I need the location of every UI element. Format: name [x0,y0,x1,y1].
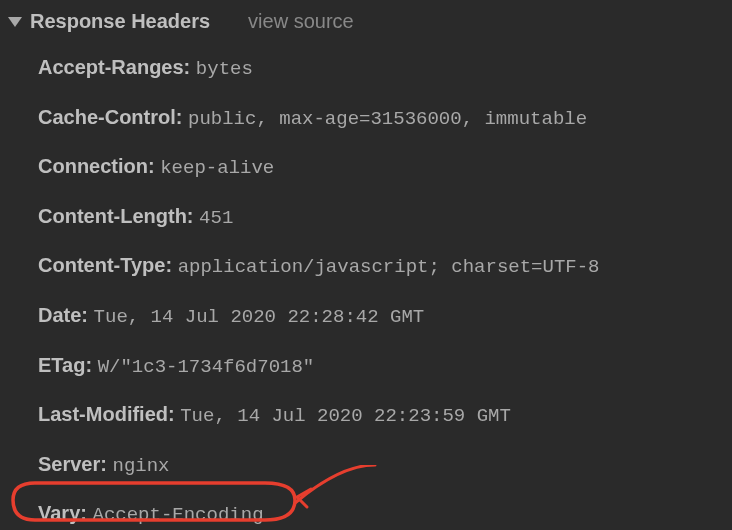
header-name: Content-Length: [38,205,194,227]
header-name: Vary: [38,502,87,524]
header-row: Content-Type: application/javascript; ch… [38,241,732,291]
header-row: Accept-Ranges: bytes [38,43,732,93]
header-value: keep-alive [160,157,274,179]
view-source-link[interactable]: view source [248,10,354,33]
header-name: Connection: [38,155,155,177]
header-row: Cache-Control: public, max-age=31536000,… [38,93,732,143]
header-name: Accept-Ranges: [38,56,190,78]
header-value: Tue, 14 Jul 2020 22:28:42 GMT [94,306,425,328]
header-name: Server: [38,453,107,475]
header-row: ETag: W/"1c3-1734f6d7018" [38,341,732,391]
header-value: public, max-age=31536000, immutable [188,108,587,130]
header-name: Cache-Control: [38,106,182,128]
response-headers-section-header[interactable]: Response Headers view source [0,0,732,39]
header-name: Date: [38,304,88,326]
header-row: Server: nginx [38,440,732,490]
header-value: nginx [113,455,170,477]
collapse-triangle-icon[interactable] [8,17,22,27]
header-name: Last-Modified: [38,403,175,425]
header-value: 451 [199,207,233,229]
header-name: Content-Type: [38,254,172,276]
header-row: Date: Tue, 14 Jul 2020 22:28:42 GMT [38,291,732,341]
header-value: Accept-Encoding [93,504,264,526]
header-row: Vary: Accept-Encoding [38,489,732,530]
header-value: Tue, 14 Jul 2020 22:23:59 GMT [180,405,511,427]
header-row: Last-Modified: Tue, 14 Jul 2020 22:23:59… [38,390,732,440]
header-name: ETag: [38,354,92,376]
header-row: Content-Length: 451 [38,192,732,242]
header-value: application/javascript; charset=UTF-8 [178,256,600,278]
headers-list: Accept-Ranges: bytes Cache-Control: publ… [0,39,732,530]
header-row: Connection: keep-alive [38,142,732,192]
section-title: Response Headers [30,10,210,33]
header-value: W/"1c3-1734f6d7018" [98,356,315,378]
header-value: bytes [196,58,253,80]
